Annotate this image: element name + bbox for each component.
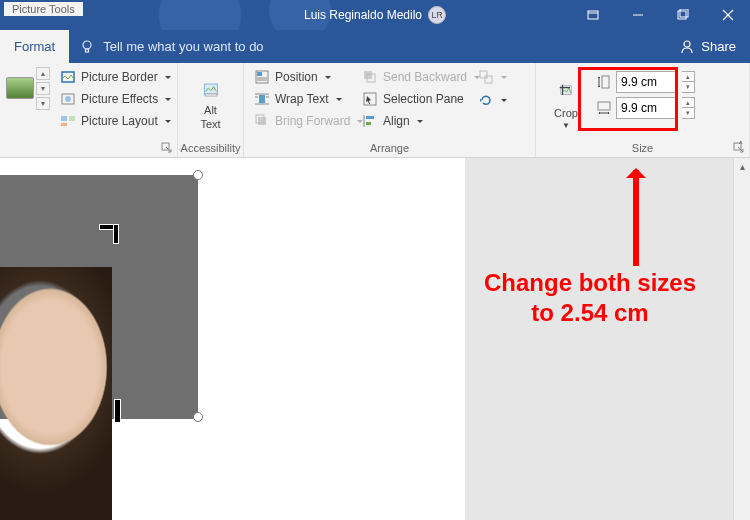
position-button[interactable]: Position bbox=[250, 67, 358, 87]
picture-effects-icon bbox=[60, 91, 76, 107]
selection-pane-button[interactable]: Selection Pane bbox=[358, 89, 476, 109]
share-icon bbox=[679, 39, 695, 55]
crop-handle-right[interactable] bbox=[115, 400, 120, 422]
picture-layout-button[interactable]: Picture Layout bbox=[56, 111, 175, 131]
svg-rect-4 bbox=[680, 9, 688, 17]
send-backward-button[interactable]: Send Backward bbox=[358, 67, 476, 87]
height-spin-down[interactable]: ▾ bbox=[682, 82, 694, 92]
svg-rect-3 bbox=[678, 11, 686, 19]
svg-rect-35 bbox=[366, 122, 371, 125]
picture-layout-icon bbox=[60, 113, 76, 129]
group-label-picture-styles bbox=[0, 140, 177, 157]
picture-effects-button[interactable]: Picture Effects bbox=[56, 89, 175, 109]
scroll-up-button[interactable]: ▴ bbox=[734, 158, 750, 175]
svg-rect-23 bbox=[259, 95, 265, 103]
wrap-text-button[interactable]: Wrap Text bbox=[250, 89, 358, 109]
style-gallery-down[interactable]: ▾ bbox=[36, 82, 50, 95]
selection-pane-icon bbox=[362, 91, 378, 107]
bring-forward-button[interactable]: Bring Forward bbox=[250, 111, 358, 131]
selection-handle-top[interactable] bbox=[193, 170, 203, 180]
rotate-icon bbox=[478, 92, 494, 108]
svg-rect-37 bbox=[485, 76, 492, 83]
dialog-launcher-picture-styles[interactable] bbox=[161, 142, 173, 154]
height-icon bbox=[596, 74, 612, 90]
close-button[interactable] bbox=[705, 0, 750, 30]
svg-rect-28 bbox=[258, 117, 266, 125]
position-icon bbox=[254, 69, 270, 85]
alt-text-icon bbox=[199, 78, 223, 102]
minimize-button[interactable] bbox=[615, 0, 660, 30]
user-avatar[interactable]: LR bbox=[428, 6, 446, 24]
svg-rect-39 bbox=[602, 76, 609, 88]
group-label-size: Size bbox=[536, 140, 749, 157]
canvas-background bbox=[465, 158, 735, 520]
tab-format[interactable]: Format bbox=[0, 30, 69, 63]
send-backward-icon bbox=[362, 69, 378, 85]
svg-rect-34 bbox=[366, 116, 374, 119]
svg-rect-17 bbox=[204, 84, 217, 94]
height-input[interactable]: 9.9 cm bbox=[616, 71, 678, 93]
user-name: Luis Reginaldo Medilo bbox=[304, 8, 422, 22]
svg-rect-13 bbox=[61, 116, 67, 121]
maximize-button[interactable] bbox=[660, 0, 705, 30]
svg-point-12 bbox=[65, 96, 71, 102]
group-button[interactable] bbox=[476, 67, 506, 87]
crop-handle-top-right[interactable] bbox=[98, 225, 118, 245]
width-input[interactable]: 9.9 cm bbox=[616, 97, 678, 119]
share-button[interactable]: Share bbox=[665, 30, 750, 63]
svg-rect-0 bbox=[588, 11, 598, 19]
picture-border-button[interactable]: Picture Border bbox=[56, 67, 175, 87]
width-icon bbox=[596, 100, 612, 116]
align-icon bbox=[362, 113, 378, 129]
style-gallery-up[interactable]: ▴ bbox=[36, 67, 50, 80]
picture-style-preset[interactable] bbox=[6, 67, 34, 109]
svg-rect-8 bbox=[86, 49, 89, 52]
annotation-text: Change both sizesto 2.54 cm bbox=[445, 268, 735, 328]
wrap-text-icon bbox=[254, 91, 270, 107]
style-gallery-more[interactable]: ▾ bbox=[36, 97, 50, 110]
chevron-down-icon: ▼ bbox=[562, 121, 570, 130]
ribbon-display-options-button[interactable] bbox=[570, 0, 615, 30]
width-spin-up[interactable]: ▴ bbox=[682, 98, 694, 108]
selection-handle-right[interactable] bbox=[193, 412, 203, 422]
svg-rect-30 bbox=[364, 71, 372, 79]
group-label-arrange: Arrange bbox=[244, 140, 535, 157]
svg-rect-15 bbox=[61, 123, 67, 126]
tell-me-search[interactable]: Tell me what you want to do bbox=[69, 30, 273, 63]
share-label: Share bbox=[701, 39, 736, 54]
svg-rect-18 bbox=[205, 94, 217, 96]
svg-rect-40 bbox=[598, 102, 610, 110]
vertical-scrollbar[interactable]: ▴ bbox=[733, 158, 750, 520]
rotate-button[interactable] bbox=[476, 90, 506, 110]
ribbon: ▴ ▾ ▾ Picture Border Picture Effects Pic… bbox=[0, 63, 750, 158]
crop-icon bbox=[552, 77, 580, 105]
width-spin-down[interactable]: ▾ bbox=[682, 108, 694, 118]
alt-text-button[interactable]: Alt Text bbox=[191, 67, 231, 140]
tell-me-label: Tell me what you want to do bbox=[103, 39, 263, 54]
svg-rect-14 bbox=[69, 116, 75, 121]
group-label-accessibility: Accessibility bbox=[178, 140, 243, 157]
align-button[interactable]: Align bbox=[358, 111, 476, 131]
svg-point-9 bbox=[684, 41, 690, 47]
svg-point-7 bbox=[83, 41, 91, 49]
group-icon bbox=[478, 69, 494, 85]
contextual-tab-label: Picture Tools bbox=[4, 2, 83, 16]
title-bar: Picture Tools Luis Reginaldo Medilo LR bbox=[0, 0, 750, 30]
picture-border-icon bbox=[60, 69, 76, 85]
ribbon-tab-row: Format Tell me what you want to do Share bbox=[0, 30, 750, 63]
svg-rect-36 bbox=[480, 71, 487, 78]
height-spin-up[interactable]: ▴ bbox=[682, 72, 694, 82]
lightbulb-icon bbox=[79, 39, 95, 55]
bring-forward-icon bbox=[254, 113, 270, 129]
svg-rect-20 bbox=[257, 72, 262, 76]
annotation-arrow bbox=[633, 170, 639, 266]
inserted-picture[interactable] bbox=[0, 267, 112, 520]
crop-button[interactable]: Crop ▼ bbox=[542, 67, 590, 140]
collapse-ribbon-button[interactable]: ˄ bbox=[738, 140, 744, 153]
